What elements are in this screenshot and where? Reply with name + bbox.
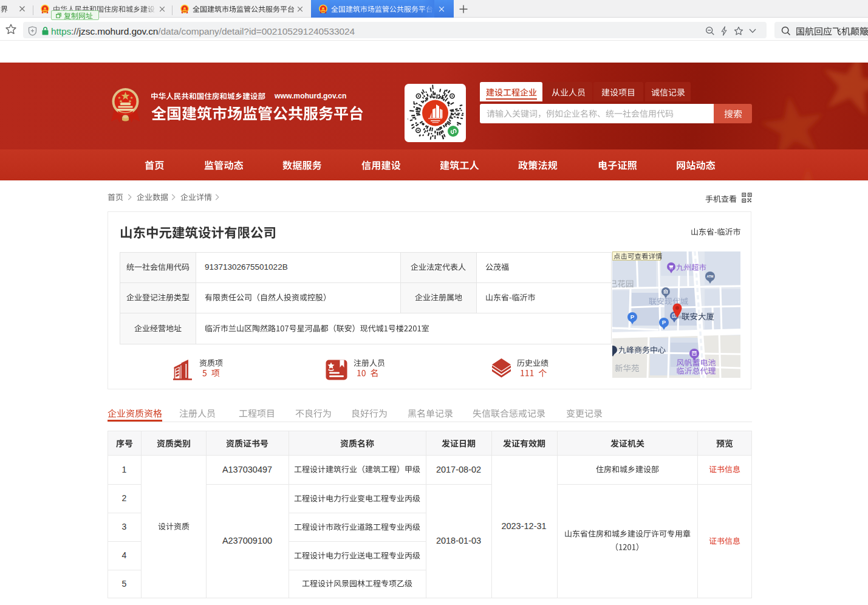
svg-text:P: P [662,319,666,326]
svg-text:P: P [630,313,635,320]
svg-text:ATM: ATM [707,275,714,278]
